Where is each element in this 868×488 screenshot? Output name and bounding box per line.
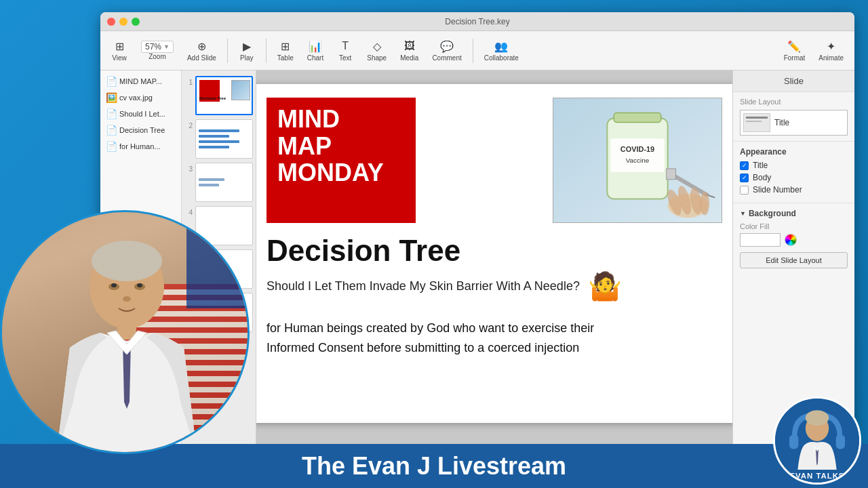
slide-number-label: Slide Number	[753, 185, 802, 195]
red-box-line3: MONDAY	[277, 159, 405, 186]
color-fill-label: Color Fill	[740, 222, 848, 230]
subtitle-text: Should I Let Them Invade My Skin Barrier…	[267, 279, 580, 293]
svg-text:EVAN TALKS: EVAN TALKS	[790, 472, 845, 480]
file-item-2[interactable]: 🖼️ cv vax.jpg	[100, 89, 181, 106]
slide-body: for Human beings created by God who want…	[267, 319, 722, 358]
background-title: ▼ Background	[740, 209, 848, 218]
slide-3-container: 3	[184, 163, 253, 202]
thumb-line	[199, 178, 224, 181]
svg-rect-23	[789, 434, 798, 449]
zoom-value: 57%	[145, 42, 161, 52]
vaccine-image: COVID-19 Vaccine	[553, 98, 722, 223]
view-icon: ⊞	[113, 39, 126, 53]
collaborate-button[interactable]: 👥 Collaborate	[479, 37, 524, 64]
title-checkbox[interactable]: ✓	[740, 161, 749, 170]
svg-point-13	[700, 192, 709, 216]
slide-number-checkbox[interactable]	[740, 186, 749, 195]
text-button[interactable]: T Text	[332, 37, 359, 64]
shape-icon: ◇	[370, 39, 384, 53]
body-checkbox[interactable]: ✓	[740, 174, 749, 182]
file-name-3: Should I Let...	[119, 110, 165, 118]
logo-svg: EVAN TALKS	[773, 399, 861, 483]
thumb-line	[199, 146, 229, 148]
webcam-background	[2, 212, 248, 452]
slide-title: Decision Tree	[267, 234, 722, 268]
slide-main: MIND MAP MONDAY	[256, 70, 732, 466]
format-button[interactable]: ✏️ Format	[778, 37, 811, 64]
file-item-1[interactable]: 📄 MIND MAP...	[100, 73, 181, 89]
file-icon-3: 📄	[106, 108, 117, 119]
slide-thumb-2[interactable]	[195, 119, 253, 159]
shrug-emoji: 🤷	[588, 270, 622, 302]
red-box-line2: MAP	[277, 133, 405, 160]
webcam-overlay	[0, 210, 250, 454]
comment-button[interactable]: 💬 Comment	[427, 37, 467, 64]
media-button[interactable]: 🖼 Media	[395, 37, 424, 64]
minimize-button[interactable]	[119, 18, 127, 26]
svg-rect-24	[836, 434, 845, 449]
color-picker-icon[interactable]	[785, 234, 797, 246]
bg-chevron-icon: ▼	[740, 210, 746, 217]
slide-thumb-1[interactable]: Decision Tree	[195, 76, 253, 115]
title-checkbox-row: ✓ Title	[740, 161, 848, 170]
body-checkbox-row: ✓ Body	[740, 173, 848, 182]
slide-layout-label: Slide Layout	[740, 98, 848, 106]
chart-button[interactable]: 📊 Chart	[302, 37, 329, 64]
title-bar: Decision Tree.key	[100, 12, 854, 31]
svg-point-15	[92, 241, 162, 281]
format-icon: ✏️	[787, 39, 801, 53]
slide-canvas: MIND MAP MONDAY	[256, 84, 732, 423]
chart-icon: 📊	[309, 39, 322, 53]
thumb-title: Decision Tree	[199, 96, 226, 100]
slide-number-checkbox-row: Slide Number	[740, 185, 848, 195]
table-icon: ⊞	[279, 39, 292, 53]
slide-layout-selector[interactable]: Title	[740, 110, 848, 136]
file-icon-4: 📄	[106, 125, 117, 136]
vaccine-svg: COVID-19 Vaccine	[553, 98, 722, 223]
person-svg	[2, 212, 250, 454]
slide-layout-section: Slide Layout Title	[733, 92, 854, 142]
view-button[interactable]: ⊞ View	[106, 37, 133, 64]
divider1	[227, 39, 228, 63]
play-button[interactable]: ▶ Play	[233, 37, 260, 64]
collaborate-icon: 👥	[494, 39, 508, 53]
add-slide-button[interactable]: ⊕ Add Slide	[182, 37, 222, 64]
svg-rect-2	[610, 138, 664, 172]
file-item-5[interactable]: 📄 for Human...	[100, 138, 181, 155]
close-button[interactable]	[107, 18, 115, 26]
svg-rect-8	[667, 169, 676, 180]
bottom-bar-title: The Evan J Livestream	[302, 452, 566, 481]
file-item-3[interactable]: 📄 Should I Let...	[100, 106, 181, 122]
comment-icon: 💬	[440, 39, 454, 53]
svg-point-18	[111, 283, 117, 287]
thumb-line	[199, 129, 239, 132]
thumb-line	[199, 140, 239, 143]
svg-point-26	[806, 410, 829, 426]
zoom-chevron-icon: ▼	[163, 43, 170, 50]
maximize-button[interactable]	[132, 18, 140, 26]
logo-circle: EVAN TALKS	[773, 396, 861, 485]
layout-thumbnail	[743, 113, 770, 132]
file-name-2: cv vax.jpg	[119, 94, 153, 102]
color-swatch[interactable]	[740, 233, 781, 247]
file-item-4[interactable]: 📄 Decision Tree	[100, 122, 181, 138]
table-button[interactable]: ⊞ Table	[272, 37, 299, 64]
body-checkbox-label: Body	[753, 173, 771, 182]
red-box-line1: MIND	[277, 106, 405, 133]
add-slide-icon: ⊕	[195, 39, 208, 53]
edit-slide-layout-button[interactable]: Edit Slide Layout	[740, 252, 848, 268]
slide-subtitle: Should I Let Them Invade My Skin Barrier…	[267, 270, 722, 302]
file-icon-5: 📄	[106, 141, 117, 152]
animate-button[interactable]: ✦ Animate	[813, 37, 849, 64]
toolbar: ⊞ View 57% ▼ Zoom ⊕ Add Slide ▶ Play	[100, 31, 854, 70]
color-fill-row	[740, 233, 848, 247]
layout-name: Title	[774, 118, 789, 127]
slide-thumb-3[interactable]	[195, 163, 253, 202]
traffic-lights	[107, 18, 140, 26]
text-icon: T	[338, 39, 352, 53]
zoom-control[interactable]: 57% ▼ Zoom	[136, 38, 179, 63]
appearance-section: Appearance ✓ Title ✓ Body	[733, 142, 854, 203]
shape-button[interactable]: ◇ Shape	[361, 37, 392, 64]
background-section: ▼ Background Color Fill Edit Slide Layou…	[733, 203, 854, 274]
appearance-label: Appearance	[740, 147, 848, 157]
